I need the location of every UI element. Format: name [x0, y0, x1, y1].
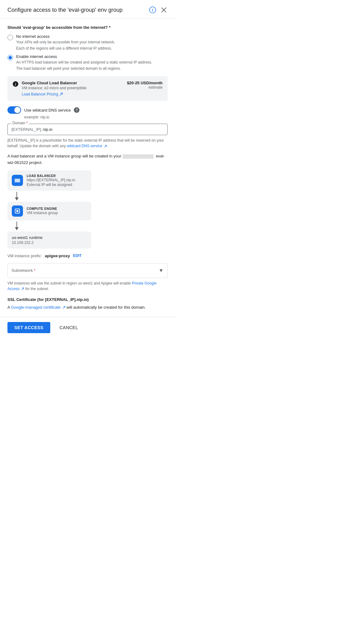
- lb-card-title: LOAD BALANCER: [27, 174, 75, 178]
- arch-arrow-2: [14, 220, 20, 232]
- load-balancer-pricing-link[interactable]: Load Balancer Pricing: [22, 92, 63, 96]
- radio-no-internet-label: No internet access: [16, 34, 115, 39]
- vm-prefix-label: VM instance prefix:: [7, 254, 42, 258]
- arch-runtime-card: us-west1 runtime 10.109.152.2: [7, 232, 91, 249]
- radio-no-internet-desc2: Each of the regions will use a different…: [16, 46, 115, 51]
- arch-diagram: LOAD BALANCER https://[EXTERNAL_IP].nip.…: [7, 170, 168, 249]
- toggle-example: example: nip.io: [24, 115, 168, 119]
- ssl-note: A Google-managed certificate will automa…: [7, 304, 168, 311]
- lb-card-subtitle: External IP will be assigned: [27, 183, 75, 187]
- dialog-footer: SET ACCESS CANCEL: [0, 317, 175, 338]
- svg-marker-10: [15, 197, 19, 201]
- radio-enable-internet-desc1: An HTTPS load balancer will be created a…: [16, 60, 152, 65]
- compute-engine-icon: [12, 205, 23, 217]
- radio-no-internet-desc1: Your APIs will only be accessible from y…: [16, 39, 115, 45]
- domain-input-wrapper[interactable]: [EXTERNAL_IP]. nip.io: [7, 124, 168, 135]
- ssl-section-title: SSL Certificate (for [EXTERNAL_IP].nip.i…: [7, 297, 168, 302]
- info-box-title: Google Cloud Load Balancer: [22, 81, 124, 85]
- radio-enable-internet[interactable]: [7, 55, 13, 60]
- info-icon[interactable]: i: [149, 6, 156, 14]
- vm-prefix-edit[interactable]: EDIT: [73, 254, 81, 258]
- radio-option-no-internet: No internet access Your APIs will only b…: [7, 34, 168, 51]
- close-icon[interactable]: [160, 6, 168, 14]
- radio-no-internet[interactable]: [7, 35, 13, 40]
- project-note: A load balancer and a VM instance group …: [7, 153, 168, 166]
- info-box-price-sub: estimate: [127, 85, 163, 90]
- section-question: Should 'eval-group' be accessible from t…: [7, 25, 168, 30]
- subnetwork-label: Subnetwork *: [11, 268, 35, 273]
- info-box: i Google Cloud Load Balancer VM instance…: [7, 76, 168, 101]
- ce-card-subtitle: VM instance group: [27, 211, 58, 215]
- arch-load-balancer-card: LOAD BALANCER https://[EXTERNAL_IP].nip.…: [7, 170, 91, 191]
- svg-rect-8: [15, 181, 20, 182]
- radio-group: No internet access Your APIs will only b…: [7, 34, 168, 71]
- project-id-blur: [123, 154, 154, 159]
- domain-prefix: [EXTERNAL_IP].: [11, 127, 42, 132]
- ce-card-title: COMPUTE ENGINE: [27, 207, 58, 210]
- wildcard-dns-toggle[interactable]: [7, 106, 21, 114]
- domain-value: nip.io: [43, 127, 52, 132]
- radio-enable-internet-desc2: The load balancer will point your select…: [16, 66, 152, 71]
- svg-text:i: i: [152, 8, 153, 12]
- vm-prefix-value: apigee-proxy: [45, 254, 70, 258]
- radio-option-enable-internet: Enable internet access An HTTPS load bal…: [7, 54, 168, 71]
- dialog-content: Should 'eval-group' be accessible from t…: [0, 19, 175, 317]
- wildcard-dns-service-link[interactable]: wildcard DNS service: [67, 144, 107, 148]
- header-icons: i: [149, 6, 168, 14]
- radio-enable-internet-label: Enable internet access: [16, 54, 152, 59]
- set-access-button[interactable]: SET ACCESS: [7, 322, 50, 333]
- domain-label: Domain *: [11, 121, 29, 125]
- info-box-price: $20-25 USD/month: [127, 81, 163, 85]
- google-managed-cert-link[interactable]: Google-managed certificate: [11, 305, 67, 310]
- svg-rect-12: [16, 210, 18, 212]
- runtime-title: us-west1 runtime: [12, 235, 87, 240]
- domain-note: [EXTERNAL_IP] is a placeholder for the s…: [7, 138, 168, 149]
- dialog-header: Configure access to the 'eval-group' env…: [0, 0, 175, 19]
- svg-rect-7: [15, 180, 20, 181]
- lb-card-url: https://[EXTERNAL_IP].nip.io: [27, 178, 75, 182]
- toggle-help-icon[interactable]: ?: [74, 107, 79, 113]
- svg-text:i: i: [15, 82, 16, 86]
- arch-arrow-1: [14, 191, 20, 202]
- toggle-row: Use wildcard DNS service ?: [7, 106, 168, 114]
- dialog-title: Configure access to the 'eval-group' env…: [7, 7, 149, 13]
- arch-compute-card: COMPUTE ENGINE VM instance group: [7, 202, 91, 220]
- info-box-subtitle: VM instance: e2-micro and preemptible: [22, 86, 124, 90]
- toggle-label: Use wildcard DNS service: [24, 108, 71, 112]
- domain-field: Domain * [EXTERNAL_IP]. nip.io: [7, 124, 168, 135]
- svg-rect-6: [15, 179, 20, 180]
- subnet-note: VM instances will use the subnet in regi…: [7, 280, 168, 292]
- runtime-ip: 10.109.152.2: [12, 240, 87, 245]
- subnetwork-select[interactable]: Subnetwork * ▼: [7, 263, 168, 278]
- vm-prefix-row: VM instance prefix: apigee-proxy EDIT: [7, 254, 168, 258]
- load-balancer-icon: [12, 175, 23, 186]
- cancel-button[interactable]: CANCEL: [55, 322, 83, 333]
- svg-marker-14: [15, 227, 19, 230]
- chevron-down-icon: ▼: [159, 268, 164, 273]
- dialog: Configure access to the 'eval-group' env…: [0, 0, 175, 338]
- info-box-icon: i: [12, 81, 19, 87]
